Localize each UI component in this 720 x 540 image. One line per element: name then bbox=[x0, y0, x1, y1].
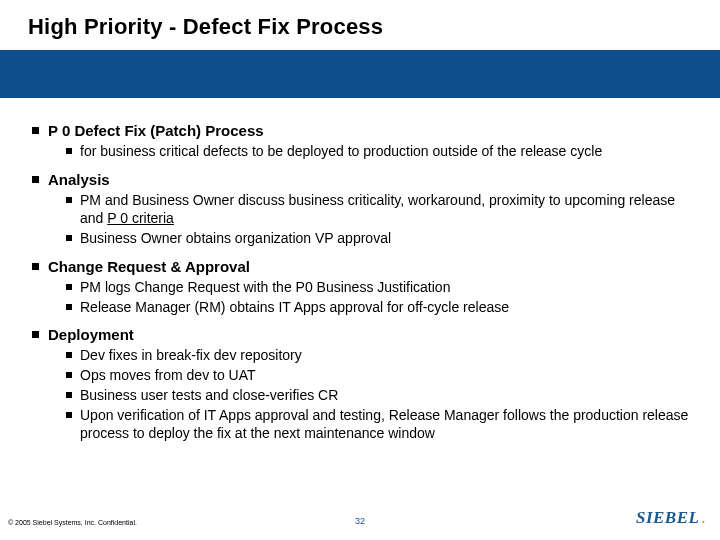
slide-title: High Priority - Defect Fix Process bbox=[28, 14, 720, 40]
item-text: PM and Business Owner discuss business c… bbox=[80, 192, 690, 228]
section: Change Request & Approval PM logs Change… bbox=[32, 258, 690, 317]
section: Deployment Dev fixes in break-fix dev re… bbox=[32, 326, 690, 443]
heading-row: Deployment bbox=[32, 326, 690, 343]
bullet-icon bbox=[32, 176, 39, 183]
heading-row: Analysis bbox=[32, 171, 690, 188]
heading-row: Change Request & Approval bbox=[32, 258, 690, 275]
title-area: High Priority - Defect Fix Process bbox=[0, 0, 720, 50]
item-text: Dev fixes in break-fix dev repository bbox=[80, 347, 302, 365]
sub-list: for business critical defects to be depl… bbox=[66, 143, 690, 161]
footer: © 2005 Siebel Systems, Inc. Confidential… bbox=[0, 506, 720, 532]
bullet-icon bbox=[66, 197, 72, 203]
content-area: P 0 Defect Fix (Patch) Process for busin… bbox=[0, 98, 720, 443]
bullet-icon bbox=[66, 235, 72, 241]
bullet-icon bbox=[32, 127, 39, 134]
item-text: Business Owner obtains organization VP a… bbox=[80, 230, 391, 248]
bullet-icon bbox=[66, 412, 72, 418]
bullet-icon bbox=[66, 304, 72, 310]
slide: High Priority - Defect Fix Process P 0 D… bbox=[0, 0, 720, 540]
copyright-text: © 2005 Siebel Systems, Inc. Confidential… bbox=[8, 519, 137, 526]
section-heading: Deployment bbox=[48, 326, 134, 343]
bullet-icon bbox=[32, 331, 39, 338]
bullet-icon bbox=[66, 372, 72, 378]
section-heading: Change Request & Approval bbox=[48, 258, 250, 275]
heading-row: P 0 Defect Fix (Patch) Process bbox=[32, 122, 690, 139]
item-text: for business critical defects to be depl… bbox=[80, 143, 602, 161]
sub-list: Dev fixes in break-fix dev repository Op… bbox=[66, 347, 690, 443]
list-item: Dev fixes in break-fix dev repository bbox=[66, 347, 690, 365]
logo-dot-icon: . bbox=[700, 505, 706, 528]
bullet-icon bbox=[32, 263, 39, 270]
list-item: for business critical defects to be depl… bbox=[66, 143, 690, 161]
page-number: 32 bbox=[355, 516, 365, 526]
siebel-logo: SIEBEL. bbox=[636, 505, 706, 528]
title-bar bbox=[0, 50, 720, 98]
list-item: Ops moves from dev to UAT bbox=[66, 367, 690, 385]
item-underline: P 0 criteria bbox=[107, 210, 174, 226]
section-heading: P 0 Defect Fix (Patch) Process bbox=[48, 122, 264, 139]
section: Analysis PM and Business Owner discuss b… bbox=[32, 171, 690, 248]
list-item: PM logs Change Request with the P0 Busin… bbox=[66, 279, 690, 297]
sub-list: PM logs Change Request with the P0 Busin… bbox=[66, 279, 690, 317]
bullet-icon bbox=[66, 284, 72, 290]
item-text: Business user tests and close-verifies C… bbox=[80, 387, 338, 405]
item-text: Release Manager (RM) obtains IT Apps app… bbox=[80, 299, 509, 317]
list-item: Upon verification of IT Apps approval an… bbox=[66, 407, 690, 443]
bullet-icon bbox=[66, 352, 72, 358]
sub-list: PM and Business Owner discuss business c… bbox=[66, 192, 690, 248]
bullet-icon bbox=[66, 392, 72, 398]
logo-text: SIEBEL bbox=[636, 508, 699, 528]
section-heading: Analysis bbox=[48, 171, 110, 188]
item-text: Upon verification of IT Apps approval an… bbox=[80, 407, 690, 443]
list-item: Business Owner obtains organization VP a… bbox=[66, 230, 690, 248]
list-item: PM and Business Owner discuss business c… bbox=[66, 192, 690, 228]
list-item: Business user tests and close-verifies C… bbox=[66, 387, 690, 405]
item-text: Ops moves from dev to UAT bbox=[80, 367, 256, 385]
item-text: PM logs Change Request with the P0 Busin… bbox=[80, 279, 450, 297]
list-item: Release Manager (RM) obtains IT Apps app… bbox=[66, 299, 690, 317]
bullet-icon bbox=[66, 148, 72, 154]
section: P 0 Defect Fix (Patch) Process for busin… bbox=[32, 122, 690, 161]
